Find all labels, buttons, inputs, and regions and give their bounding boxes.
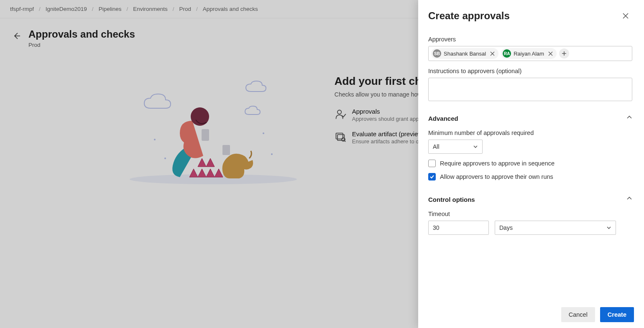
chevron-up-icon <box>626 114 632 122</box>
timeout-unit-select[interactable]: Days <box>495 221 616 235</box>
close-icon[interactable] <box>619 9 632 23</box>
sequence-checkbox-label: Require approvers to approve in sequence <box>440 160 555 167</box>
timeout-value-input[interactable] <box>428 221 489 235</box>
instructions-label: Instructions to approvers (optional) <box>428 68 632 74</box>
approver-name: Raiyan Alam <box>514 51 544 57</box>
remove-approver-icon[interactable] <box>547 50 554 57</box>
min-approvals-label: Minimum number of approvals required <box>428 130 632 136</box>
sequence-checkbox[interactable] <box>428 160 436 167</box>
add-approver-button[interactable] <box>559 48 569 58</box>
cancel-button[interactable]: Cancel <box>561 307 595 322</box>
chevron-down-icon <box>606 225 611 230</box>
own-runs-checkbox[interactable] <box>428 173 436 181</box>
advanced-section-toggle[interactable]: Advanced <box>428 114 632 122</box>
remove-approver-icon[interactable] <box>488 50 496 57</box>
chevron-down-icon <box>473 144 478 149</box>
avatar: SB <box>433 49 441 58</box>
instructions-textarea[interactable] <box>428 78 632 101</box>
min-approvals-value: All <box>433 143 440 150</box>
control-options-heading: Control options <box>428 196 475 203</box>
approvers-label: Approvers <box>428 36 632 43</box>
min-approvals-select[interactable]: All <box>428 140 483 154</box>
own-runs-checkbox-label: Allow approvers to approve their own run… <box>440 173 553 180</box>
approvers-input[interactable]: SB Shashank Bansal RA Raiyan Alam <box>428 46 632 61</box>
approver-chip: SB Shashank Bansal <box>431 48 498 59</box>
chevron-up-icon <box>626 196 632 203</box>
create-button[interactable]: Create <box>600 307 634 322</box>
create-approvals-panel: Create approvals Approvers SB Shashank B… <box>418 0 644 328</box>
control-options-toggle[interactable]: Control options <box>428 196 632 203</box>
advanced-heading: Advanced <box>428 115 458 122</box>
timeout-label: Timeout <box>428 211 632 217</box>
timeout-unit-value: Days <box>499 224 513 231</box>
panel-title: Create approvals <box>428 10 510 22</box>
avatar: RA <box>503 49 511 58</box>
approver-name: Shashank Bansal <box>444 51 486 57</box>
approver-chip: RA Raiyan Alam <box>501 48 557 59</box>
